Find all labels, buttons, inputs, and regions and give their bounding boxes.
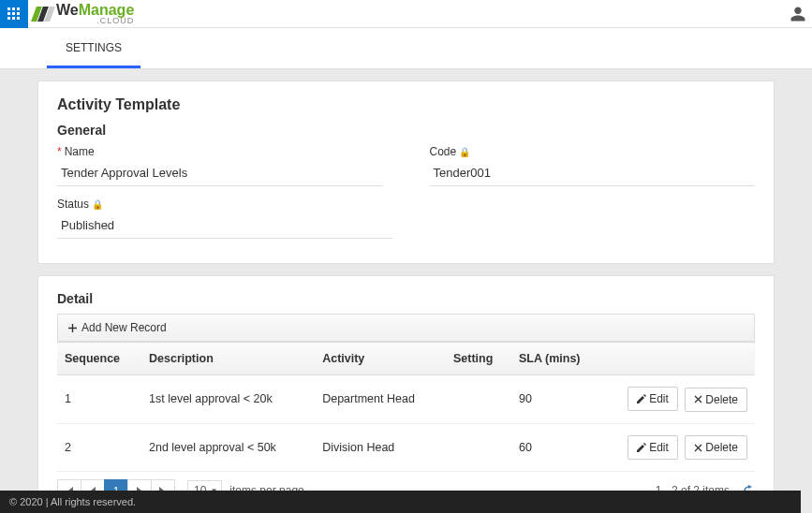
table-row: 2 2nd level approval < 50k Division Head…: [57, 423, 755, 472]
section-detail: Detail: [57, 291, 755, 306]
close-icon: [694, 395, 702, 403]
edit-button[interactable]: Edit: [627, 435, 678, 460]
section-general: General: [57, 123, 755, 138]
svg-rect-7: [12, 17, 15, 20]
edit-button[interactable]: Edit: [627, 387, 678, 411]
col-sequence: Sequence: [57, 343, 141, 375]
svg-rect-4: [12, 12, 15, 15]
col-activity: Activity: [315, 343, 446, 375]
svg-rect-0: [7, 7, 10, 10]
status-label: Status: [57, 198, 89, 211]
add-new-record-button[interactable]: Add New Record: [57, 314, 755, 342]
cell-setting: [446, 375, 511, 424]
user-menu-button[interactable]: [784, 0, 812, 28]
lock-icon: 🔒: [92, 199, 103, 210]
detail-table: Sequence Description Activity Setting SL…: [57, 342, 755, 472]
brand-we: We: [56, 2, 79, 18]
topbar: WeManage .CLOUD: [0, 0, 812, 28]
pencil-icon: [637, 394, 646, 403]
table-row: 1 1st level approval < 20k Department He…: [57, 375, 755, 424]
svg-rect-3: [7, 12, 10, 15]
code-label: Code: [430, 145, 457, 158]
col-setting: Setting: [446, 343, 511, 375]
logo-mark-icon: [34, 7, 52, 22]
plus-icon: [67, 323, 78, 333]
cell-activity: Division Head: [315, 423, 446, 472]
brand-logo: WeManage .CLOUD: [34, 2, 134, 25]
cell-sla: 60: [511, 423, 605, 472]
name-field[interactable]: Tender Approval Levels: [57, 160, 383, 186]
grid-icon: [7, 7, 21, 21]
svg-rect-1: [12, 7, 15, 10]
apps-launcher-button[interactable]: [0, 0, 28, 28]
col-sla: SLA (mins): [511, 343, 605, 375]
cell-sequence: 1: [57, 375, 141, 424]
status-field: Published: [57, 213, 392, 239]
tab-bar: SETTINGS: [0, 28, 812, 69]
delete-button[interactable]: Delete: [685, 388, 747, 412]
delete-button[interactable]: Delete: [685, 435, 747, 460]
cell-setting: [446, 423, 511, 472]
cell-description: 1st level approval < 20k: [141, 375, 315, 424]
page-footer: © 2020 | All rights reserved.: [0, 491, 801, 513]
col-description: Description: [141, 343, 315, 375]
close-icon: [694, 444, 702, 452]
svg-rect-6: [7, 17, 10, 20]
pencil-icon: [637, 443, 646, 452]
tab-settings[interactable]: SETTINGS: [47, 28, 140, 68]
general-card: Activity Template General *Name Tender A…: [37, 81, 775, 264]
cell-sequence: 2: [57, 423, 141, 472]
svg-rect-8: [17, 17, 20, 20]
cell-activity: Department Head: [315, 375, 446, 424]
user-icon: [790, 6, 806, 22]
svg-rect-2: [17, 7, 20, 10]
cell-sla: 90: [511, 375, 605, 424]
page-title: Activity Template: [57, 96, 755, 113]
detail-card: Detail Add New Record Sequence Descripti…: [37, 275, 775, 513]
cell-description: 2nd level approval < 50k: [141, 423, 315, 472]
code-field: Tender001: [430, 160, 756, 186]
name-label: Name: [65, 145, 95, 158]
required-mark: *: [57, 145, 62, 158]
svg-rect-5: [17, 12, 20, 15]
lock-icon: 🔒: [459, 147, 470, 157]
